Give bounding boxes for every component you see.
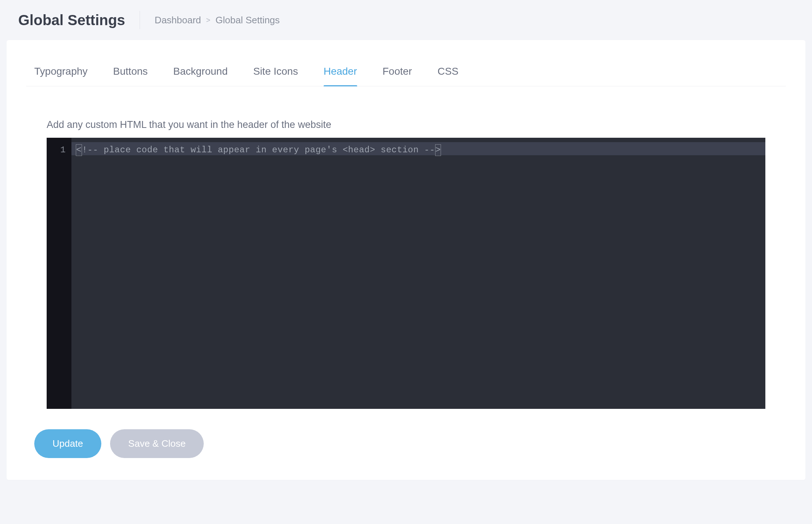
header-divider bbox=[140, 11, 140, 29]
editor-line-1-text: !-- place code that will appear in every… bbox=[82, 145, 435, 155]
breadcrumb-item-dashboard[interactable]: Dashboard bbox=[155, 15, 201, 26]
tab-footer[interactable]: Footer bbox=[383, 66, 412, 86]
tabs-nav: Typography Buttons Background Site Icons… bbox=[26, 66, 786, 86]
tab-site-icons[interactable]: Site Icons bbox=[253, 66, 298, 86]
save-close-button[interactable]: Save & Close bbox=[110, 429, 204, 458]
breadcrumb: Dashboard > Global Settings bbox=[155, 15, 280, 26]
page-header: Global Settings Dashboard > Global Setti… bbox=[0, 0, 812, 40]
page-title: Global Settings bbox=[18, 12, 125, 28]
breadcrumb-item-current[interactable]: Global Settings bbox=[215, 15, 280, 26]
line-number: 1 bbox=[47, 144, 66, 157]
action-buttons: Update Save & Close bbox=[26, 409, 786, 458]
update-button[interactable]: Update bbox=[34, 429, 101, 458]
tab-buttons[interactable]: Buttons bbox=[113, 66, 148, 86]
code-editor[interactable]: 1 <!-- place code that will appear in ev… bbox=[47, 138, 765, 409]
header-html-label: Add any custom HTML that you want in the… bbox=[47, 119, 765, 130]
tab-background[interactable]: Background bbox=[173, 66, 227, 86]
tab-css[interactable]: CSS bbox=[437, 66, 458, 86]
chevron-right-icon: > bbox=[206, 16, 211, 24]
form-section: Add any custom HTML that you want in the… bbox=[26, 86, 786, 409]
editor-gutter: 1 bbox=[47, 138, 71, 409]
editor-content[interactable]: <!-- place code that will appear in ever… bbox=[71, 138, 765, 409]
content-card: Typography Buttons Background Site Icons… bbox=[7, 40, 805, 480]
editor-line-1[interactable]: <!-- place code that will appear in ever… bbox=[71, 138, 765, 157]
tab-typography[interactable]: Typography bbox=[34, 66, 87, 86]
tab-header[interactable]: Header bbox=[324, 66, 357, 86]
